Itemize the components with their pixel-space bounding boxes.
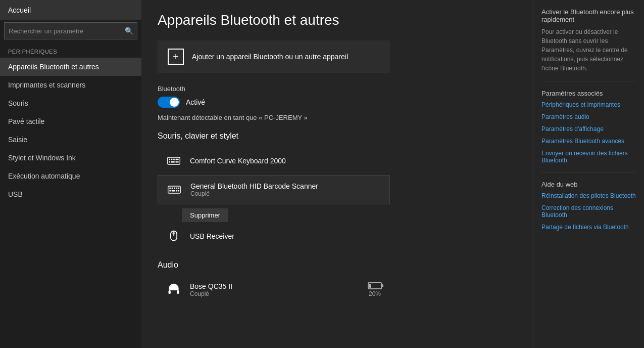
- search-box: 🔍: [4, 22, 137, 39]
- right-link-sendreceive[interactable]: Envoyer ou recevoir des fichiers Bluetoo…: [541, 150, 636, 164]
- battery-percent-bose: 20%: [369, 290, 381, 297]
- divider-1: [541, 81, 636, 81]
- add-device-label: Ajouter un appareil Bluetooth ou un autr…: [192, 53, 348, 61]
- audio-name-bose: Bose QC35 II: [190, 282, 360, 290]
- web-links-list: Réinstallation des pilotes BluetoothCorr…: [541, 192, 636, 231]
- toggle-label: Activé: [186, 98, 205, 106]
- right-link-audio[interactable]: Paramètres audio: [541, 113, 636, 120]
- device-info-keyboard1: Comfort Curve Keyboard 2000: [190, 157, 382, 165]
- device-icon-scanner: [166, 182, 182, 198]
- divider-2: [541, 172, 636, 172]
- svg-rect-17: [176, 190, 178, 192]
- tip-description: Pour activer ou désactiver le Bluetooth …: [541, 27, 636, 73]
- battery-bose: 20%: [368, 282, 382, 297]
- search-icon[interactable]: 🔍: [121, 23, 137, 39]
- svg-rect-0: [168, 157, 180, 164]
- svg-rect-16: [172, 190, 175, 192]
- svg-rect-6: [171, 161, 175, 163]
- sidebar-item-pen[interactable]: Stylet et Windows Ink: [0, 149, 141, 167]
- device-info-scanner: General Bluetooth HID Barcode Scanner Co…: [190, 182, 381, 197]
- svg-rect-3: [173, 159, 175, 160]
- toggle-knob: [170, 98, 179, 107]
- svg-rect-22: [172, 232, 175, 234]
- svg-rect-11: [169, 188, 171, 189]
- devices-section-title: Souris, clavier et stylet: [158, 132, 517, 141]
- svg-rect-19: [178, 190, 179, 192]
- battery-icon-bose: [368, 282, 382, 289]
- sidebar: Accueil 🔍 Périphériques Appareils Blueto…: [0, 0, 141, 348]
- remove-button-scanner[interactable]: Supprimer: [182, 208, 228, 222]
- remove-row-scanner: Supprimer: [158, 204, 517, 222]
- bluetooth-section-label: Bluetooth: [158, 85, 517, 93]
- search-input[interactable]: [5, 27, 121, 35]
- web-link-reinstall[interactable]: Réinstallation des pilotes Bluetooth: [541, 192, 636, 199]
- svg-rect-7: [176, 161, 177, 163]
- svg-rect-12: [172, 188, 173, 189]
- sidebar-items-list: Appareils Bluetooth et autresImprimantes…: [0, 58, 141, 203]
- web-link-connections[interactable]: Correction des connexions Bluetooth: [541, 204, 636, 219]
- device-item-keyboard1[interactable]: Comfort Curve Keyboard 2000: [158, 147, 390, 175]
- svg-rect-15: [169, 190, 171, 192]
- device-status-scanner: Couplé: [190, 190, 381, 197]
- svg-rect-13: [174, 188, 175, 189]
- device-name-keyboard1: Comfort Curve Keyboard 2000: [190, 157, 382, 165]
- add-device-button[interactable]: + Ajouter un appareil Bluetooth ou un au…: [158, 40, 390, 73]
- svg-rect-5: [169, 161, 170, 163]
- device-icon-usbreceiver: [166, 228, 182, 244]
- audio-section-title: Audio: [158, 260, 517, 270]
- right-link-btadvanced[interactable]: Paramètres Bluetooth avancés: [541, 138, 636, 145]
- sidebar-item-bluetooth[interactable]: Appareils Bluetooth et autres: [0, 58, 141, 76]
- sidebar-item-autoplay[interactable]: Exécution automatique: [0, 167, 141, 185]
- svg-rect-4: [176, 159, 177, 160]
- svg-rect-8: [177, 159, 179, 160]
- audio-list: Bose QC35 II Couplé 20%: [158, 276, 517, 304]
- sidebar-home[interactable]: Accueil: [0, 0, 141, 20]
- sidebar-item-usb[interactable]: USB: [0, 185, 141, 203]
- device-icon-keyboard1: [166, 153, 182, 169]
- battery-fill-bose: [369, 284, 371, 288]
- svg-rect-10: [168, 186, 181, 193]
- svg-rect-14: [176, 188, 178, 189]
- svg-rect-18: [178, 188, 179, 189]
- add-icon: +: [168, 49, 184, 65]
- svg-rect-24: [177, 290, 179, 294]
- device-name-usbreceiver: USB Receiver: [190, 232, 382, 240]
- page-title: Appareils Bluetooth et autres: [158, 12, 517, 28]
- device-info-usbreceiver: USB Receiver: [190, 232, 382, 240]
- right-links-list: Périphériques et imprimantesParamètres a…: [541, 101, 636, 164]
- sidebar-item-printers[interactable]: Imprimantes et scanners: [0, 76, 141, 94]
- right-link-peripherals[interactable]: Périphériques et imprimantes: [541, 101, 636, 108]
- svg-rect-9: [177, 161, 179, 163]
- svg-rect-2: [171, 159, 173, 160]
- bluetooth-toggle-row: Activé: [158, 97, 517, 108]
- device-item-scanner[interactable]: General Bluetooth HID Barcode Scanner Co…: [158, 175, 390, 204]
- svg-rect-23: [169, 290, 171, 294]
- svg-rect-1: [169, 159, 170, 160]
- web-link-share[interactable]: Partage de fichiers via Bluetooth: [541, 224, 636, 231]
- audio-item-bose[interactable]: Bose QC35 II Couplé 20%: [158, 276, 390, 304]
- device-name-scanner: General Bluetooth HID Barcode Scanner: [190, 182, 381, 190]
- discoverable-text: Maintenant détectable en tant que « PC-J…: [158, 114, 517, 121]
- device-item-usbreceiver[interactable]: USB Receiver: [158, 222, 390, 250]
- right-link-display[interactable]: Paramètres d'affichage: [541, 125, 636, 133]
- audio-status-bose: Couplé: [190, 290, 360, 297]
- tip-title: Activer le Bluetooth encore plus rapidem…: [541, 8, 636, 23]
- sidebar-section-title: Périphériques: [0, 44, 141, 58]
- right-panel: Activer le Bluetooth encore plus rapidem…: [533, 0, 644, 348]
- sidebar-item-typing[interactable]: Saisie: [0, 130, 141, 149]
- sidebar-item-mouse[interactable]: Souris: [0, 94, 141, 112]
- devices-list: Comfort Curve Keyboard 2000 General Blue…: [158, 147, 517, 250]
- associated-title: Paramètres associés: [541, 90, 636, 97]
- main-content: Appareils Bluetooth et autres + Ajouter …: [141, 0, 533, 348]
- bluetooth-toggle[interactable]: [158, 97, 180, 108]
- audio-icon-bose: [166, 282, 182, 298]
- web-help-title: Aide du web: [541, 181, 636, 188]
- audio-info-bose: Bose QC35 II Couplé: [190, 282, 360, 297]
- sidebar-item-touchpad[interactable]: Pavé tactile: [0, 112, 141, 130]
